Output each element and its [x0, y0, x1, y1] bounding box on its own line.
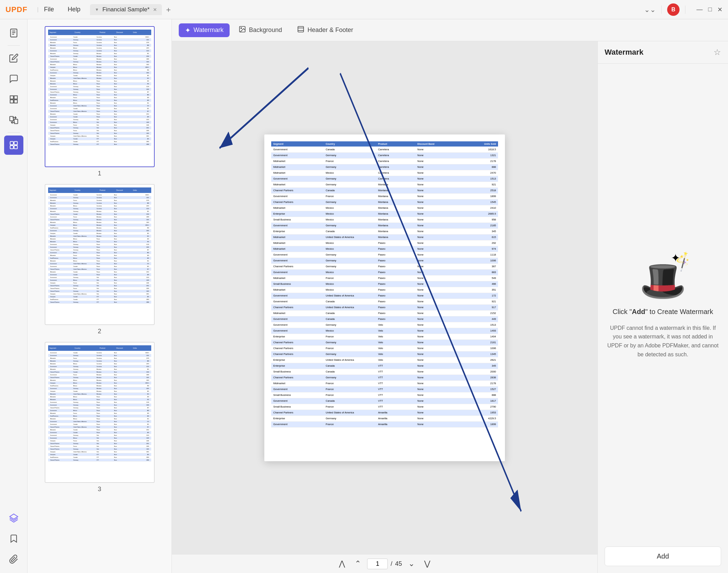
- sidebar-item-attachment[interactable]: [4, 550, 23, 569]
- page-indicator: / 45: [367, 559, 402, 569]
- expand-icon[interactable]: ⌄⌄: [644, 6, 656, 14]
- current-page-input[interactable]: [367, 559, 388, 569]
- thumbnail-image-2: Segment Country Product Discount Units G…: [45, 184, 155, 325]
- first-page-button[interactable]: ⋀: [335, 558, 349, 570]
- titlebar: UPDF | File Help ▼ Financial Sample* ✕ ＋…: [0, 0, 728, 19]
- svg-rect-10: [10, 142, 13, 145]
- thumbnail-image-1: Segment Country Product Discount Units G…: [45, 26, 155, 167]
- minimize-button[interactable]: —: [696, 6, 703, 13]
- page-number-3: 3: [98, 486, 101, 493]
- tab-dropdown-icon[interactable]: ▼: [95, 7, 99, 12]
- tab-close-button[interactable]: ✕: [153, 7, 157, 12]
- header-footer-tool-button[interactable]: Header & Footer: [291, 23, 359, 37]
- sidebar-item-watermark[interactable]: [4, 136, 23, 155]
- svg-rect-8: [10, 117, 13, 121]
- background-icon: [239, 25, 246, 35]
- sidebar-item-bookmark[interactable]: [4, 529, 23, 548]
- magic-illustration: ✦ ✦ 🪄 🎩: [636, 251, 691, 300]
- maximize-button[interactable]: □: [708, 6, 712, 13]
- sidebar: [0, 19, 27, 573]
- thumbnail-panel: Segment Country Product Discount Units G…: [27, 19, 172, 573]
- right-panel-body: ✦ ✦ 🪄 🎩 Click "Add" to Create Watermark …: [598, 64, 728, 547]
- pdf-viewer: Segment Country Product Discount Band Un…: [172, 41, 597, 554]
- document-tab[interactable]: ▼ Financial Sample* ✕: [90, 4, 162, 15]
- sidebar-item-convert[interactable]: [4, 110, 23, 130]
- separator-line2: [685, 6, 685, 14]
- titlebar-right: ⌄⌄ B — □ ✕: [644, 3, 723, 16]
- separator-line: [661, 6, 662, 14]
- header-footer-icon: [297, 25, 305, 35]
- menu-bar: File Help: [41, 4, 83, 14]
- main-area: Segment Country Product Discount Units G…: [0, 19, 728, 573]
- pdf-page: Segment Country Product Discount Band Un…: [264, 134, 505, 461]
- app-logo: UPDF: [5, 5, 27, 14]
- right-panel-header: Watermark ☆: [598, 41, 728, 64]
- background-tool-button[interactable]: Background: [232, 23, 288, 37]
- sidebar-item-layers[interactable]: [4, 508, 23, 528]
- favorite-button[interactable]: ☆: [714, 47, 721, 57]
- svg-rect-9: [14, 119, 18, 124]
- watermark-description: UPDF cannot find a watermark in this fil…: [606, 324, 720, 359]
- window-controls: — □ ✕: [696, 6, 723, 13]
- watermark-instruction: Click "Add" to Create Watermark: [613, 306, 713, 317]
- toolbar: ✦ Watermark Background Header & Footer: [172, 19, 728, 41]
- close-button[interactable]: ✕: [717, 6, 723, 13]
- sidebar-item-organize[interactable]: [4, 90, 23, 109]
- file-menu[interactable]: File: [41, 4, 57, 14]
- content-column: ✦ Watermark Background Header & Footer: [172, 19, 728, 573]
- last-page-button[interactable]: ⋁: [421, 558, 434, 570]
- svg-rect-6: [10, 100, 13, 103]
- page-number-2: 2: [98, 328, 101, 335]
- thumbnail-page-1[interactable]: Segment Country Product Discount Units G…: [45, 26, 155, 177]
- tab-title: Financial Sample*: [102, 6, 150, 13]
- divider1: [8, 45, 20, 46]
- svg-rect-4: [10, 96, 13, 99]
- next-page-button[interactable]: ⌄: [405, 558, 418, 570]
- right-panel: Watermark ☆ ✦ ✦ 🪄 🎩 Click "Add" to Creat…: [597, 41, 728, 573]
- user-avatar[interactable]: B: [667, 3, 680, 16]
- svg-rect-13: [14, 145, 17, 149]
- page-number-1: 1: [98, 170, 101, 177]
- add-watermark-button[interactable]: Add: [605, 547, 721, 566]
- svg-point-17: [241, 28, 242, 29]
- bottom-navigation: ⋀ ⌃ / 45 ⌄ ⋁: [172, 554, 597, 573]
- add-tab-button[interactable]: ＋: [165, 4, 172, 15]
- svg-rect-12: [10, 145, 13, 149]
- divider2: [8, 132, 20, 133]
- viewer-row: Segment Country Product Discount Band Un…: [172, 41, 728, 573]
- svg-rect-0: [10, 29, 17, 37]
- thumbnail-page-2[interactable]: Segment Country Product Discount Units G…: [45, 184, 155, 335]
- sidebar-item-reader[interactable]: [4, 23, 23, 43]
- svg-rect-5: [14, 96, 17, 99]
- pdf-viewer-area: Segment Country Product Discount Band Un…: [172, 41, 597, 573]
- svg-rect-11: [14, 142, 17, 145]
- prev-page-button[interactable]: ⌃: [351, 558, 364, 570]
- watermark-tool-button[interactable]: ✦ Watermark: [179, 23, 230, 37]
- svg-rect-7: [14, 100, 17, 103]
- watermark-icon: ✦: [185, 26, 191, 34]
- help-menu[interactable]: Help: [65, 4, 83, 14]
- thumbnail-page-3[interactable]: Segment Country Product Discount Units G…: [45, 342, 155, 493]
- sidebar-item-comment[interactable]: [4, 69, 23, 88]
- total-pages: 45: [395, 560, 402, 567]
- sidebar-item-edit[interactable]: [4, 48, 23, 68]
- thumbnail-image-3: Segment Country Product Discount Units G…: [45, 342, 155, 483]
- svg-rect-18: [298, 26, 304, 32]
- right-panel-title: Watermark: [605, 48, 643, 57]
